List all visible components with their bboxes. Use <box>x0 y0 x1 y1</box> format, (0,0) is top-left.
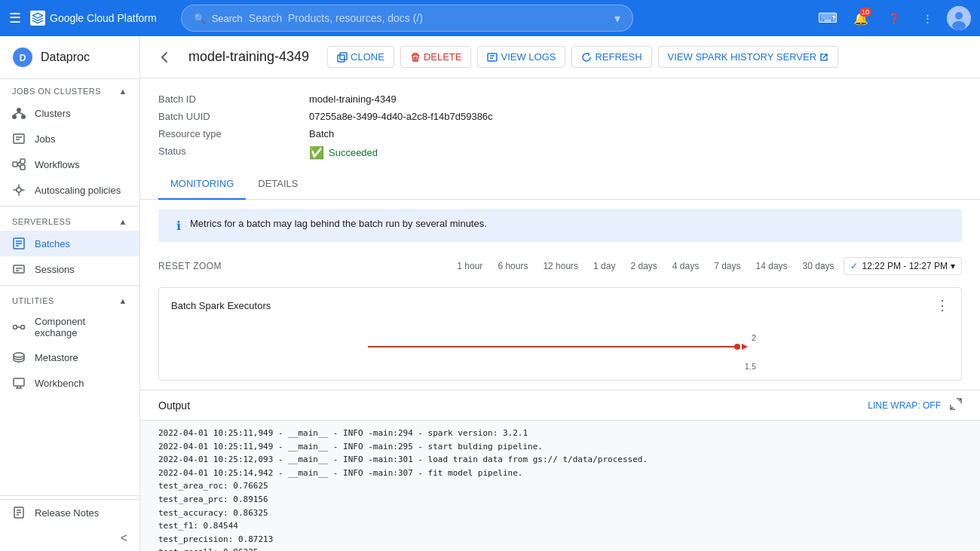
user-avatar[interactable] <box>947 6 971 30</box>
log-line: test_area_roc: 0.76625 <box>158 479 962 493</box>
refresh-button[interactable]: REFRESH <box>571 46 651 68</box>
log-line: 2022-04-01 10:25:11,949 - __main__ - INF… <box>158 427 962 440</box>
search-bar[interactable]: 🔍 Search ▾ <box>181 5 633 32</box>
sidebar-item-component-exchange[interactable]: Component exchange <box>0 310 139 344</box>
svg-rect-23 <box>14 265 24 273</box>
time-btn-30days[interactable]: 30 days <box>797 258 841 274</box>
view-spark-button[interactable]: VIEW SPARK HISTORY SERVER <box>658 46 838 68</box>
time-range-dropdown[interactable]: ✓ 12:22 PM - 12:27 PM ▾ <box>844 257 962 275</box>
svg-point-46 <box>734 344 740 350</box>
sidebar-item-clusters[interactable]: Clusters <box>0 100 139 126</box>
chart-title: Batch Spark Executors <box>171 300 271 311</box>
content-area: Batch ID model-training-4349 Batch UUID … <box>140 78 980 551</box>
clone-icon <box>337 52 348 63</box>
tab-details[interactable]: DETAILS <box>246 169 310 200</box>
release-notes-icon <box>12 506 26 519</box>
sidebar-item-metastore[interactable]: Metastore <box>0 344 139 370</box>
sessions-label: Sessions <box>35 264 75 275</box>
batch-uuid-value: 07255a8e-3499-4d40-a2c8-f14b7d59386c <box>309 111 962 122</box>
view-logs-icon <box>487 52 498 63</box>
svg-point-2 <box>952 21 966 30</box>
sidebar-item-batches[interactable]: Batches <box>0 231 139 256</box>
product-name: Dataproc <box>41 51 90 64</box>
cloud-shell-icon[interactable]: ⌨ <box>814 5 841 32</box>
chart-body: 2 1.5 <box>159 320 961 380</box>
sidebar-collapse-button[interactable]: < <box>0 525 139 551</box>
batch-id-label: Batch ID <box>158 93 309 105</box>
svg-rect-30 <box>14 378 24 386</box>
section-header-utilities[interactable]: Utilities ▲ <box>0 289 139 310</box>
jobs-icon <box>12 132 26 145</box>
sidebar-item-release-notes[interactable]: Release Notes <box>0 500 139 525</box>
component-exchange-icon <box>12 320 26 334</box>
help-icon[interactable]: ❓ <box>880 5 908 32</box>
workbench-label: Workbench <box>35 378 84 389</box>
collapse-utilities-icon: ▲ <box>119 296 127 305</box>
section-header-serverless[interactable]: Serverless ▲ <box>0 210 139 231</box>
page-header: model-training-4349 CLONE DELETE VIEW LO… <box>140 36 980 78</box>
sidebar-section-jobs-clusters: Jobs on Clusters ▲ Clusters Jobs Workflo… <box>0 79 139 203</box>
search-dropdown-icon[interactable]: ▾ <box>614 11 620 26</box>
sidebar-section-utilities: Utilities ▲ Component exchange Metastore… <box>0 289 139 396</box>
svg-point-26 <box>14 326 17 329</box>
delete-icon <box>410 52 421 63</box>
output-expand-button[interactable] <box>950 398 962 412</box>
sidebar-item-autoscaling[interactable]: Autoscaling policies <box>0 177 139 203</box>
svg-line-9 <box>19 112 23 115</box>
reset-zoom-button[interactable]: RESET ZOOM <box>158 261 222 271</box>
batch-info-grid: Batch ID model-training-4349 Batch UUID … <box>158 93 962 160</box>
time-btn-4days[interactable]: 4 days <box>666 258 705 274</box>
menu-icon[interactable]: ☰ <box>9 10 21 26</box>
refresh-icon <box>581 52 592 63</box>
search-input[interactable] <box>249 12 608 24</box>
svg-rect-40 <box>488 54 497 61</box>
svg-point-6 <box>12 115 17 119</box>
log-line: 2022-04-01 10:25:14,942 - __main__ - INF… <box>158 467 962 480</box>
jobs-label: Jobs <box>35 133 55 145</box>
info-banner-text: Metrics for a batch may lag behind the b… <box>190 218 487 229</box>
notifications-button[interactable]: 🔔 10 <box>847 5 874 32</box>
sidebar-item-workflows[interactable]: Workflows <box>0 152 139 177</box>
main-content: model-training-4349 CLONE DELETE VIEW LO… <box>140 36 980 551</box>
delete-button[interactable]: DELETE <box>400 46 472 68</box>
svg-point-7 <box>21 115 26 119</box>
time-btn-2days[interactable]: 2 days <box>624 258 663 274</box>
dataproc-logo: D <box>12 47 33 68</box>
info-banner-icon: ℹ <box>176 219 181 233</box>
log-line: 2022-04-01 10:25:11,949 - __main__ - INF… <box>158 440 962 454</box>
page-title: model-training-4349 <box>188 49 309 65</box>
svg-rect-14 <box>20 159 25 164</box>
options-icon[interactable]: ⋮ <box>914 5 941 32</box>
tab-monitoring[interactable]: MONITORING <box>158 169 246 200</box>
sidebar-item-workbench[interactable]: Workbench <box>0 370 139 396</box>
chart-menu-button[interactable]: ⋮ <box>936 297 949 314</box>
log-line: 2022-04-01 10:25:12,093 - __main__ - INF… <box>158 453 962 467</box>
line-wrap-button[interactable]: LINE WRAP: OFF <box>868 400 941 411</box>
back-button[interactable] <box>152 45 176 69</box>
svg-text:1.5: 1.5 <box>745 362 756 371</box>
output-log[interactable]: 2022-04-01 10:25:11,949 - __main__ - INF… <box>140 421 980 551</box>
sidebar-item-jobs[interactable]: Jobs <box>0 126 139 152</box>
clusters-icon <box>12 106 26 120</box>
svg-point-5 <box>17 108 21 112</box>
time-btn-7days[interactable]: 7 days <box>708 258 746 274</box>
time-btn-1day[interactable]: 1 day <box>587 258 621 274</box>
section-header-jobs-clusters[interactable]: Jobs on Clusters ▲ <box>0 79 139 100</box>
topbar-right: ⌨ 🔔 10 ❓ ⋮ <box>814 5 971 32</box>
svg-rect-10 <box>14 134 24 143</box>
status-label: Status <box>158 145 309 160</box>
clone-button[interactable]: CLONE <box>327 46 394 68</box>
chart-header: Batch Spark Executors ⋮ <box>159 288 961 320</box>
view-logs-button[interactable]: VIEW LOGS <box>477 46 565 68</box>
svg-rect-38 <box>340 53 347 60</box>
metastore-label: Metastore <box>35 352 78 363</box>
time-btn-6hours[interactable]: 6 hours <box>492 258 534 274</box>
time-range-selector: 1 hour 6 hours 12 hours 1 day 2 days 4 d… <box>451 257 962 275</box>
sessions-icon <box>12 262 26 276</box>
sidebar-item-sessions[interactable]: Sessions <box>0 256 139 282</box>
time-btn-12hours[interactable]: 12 hours <box>537 258 584 274</box>
external-link-icon <box>819 53 828 62</box>
svg-text:D: D <box>20 53 26 63</box>
time-btn-1hour[interactable]: 1 hour <box>451 258 488 274</box>
time-btn-14days[interactable]: 14 days <box>750 258 794 274</box>
